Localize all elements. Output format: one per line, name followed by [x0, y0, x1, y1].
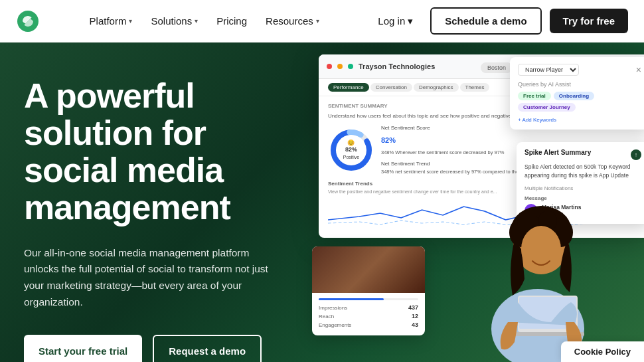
tab-boston[interactable]: Boston — [481, 62, 513, 73]
nav-right: Log in ▾ Schedule a demo Try for free — [368, 7, 628, 35]
request-demo-button[interactable]: Request a demo — [153, 335, 262, 362]
nav-resources[interactable]: Resources ▾ — [258, 10, 327, 32]
hero-right: Trayson Technologies Boston Competence S… — [305, 43, 644, 362]
subtab-themes[interactable]: Themes — [460, 83, 490, 92]
reach-row: Reach 12 — [319, 313, 418, 319]
impressions-label: Impressions — [319, 305, 347, 311]
sentiment-percentage: 😊82%Positive — [343, 139, 360, 160]
social-post-card: Impressions 437 Reach 12 Engagements 43 — [312, 246, 425, 335]
hero-cta-buttons: Start your free trial Request a demo — [24, 335, 279, 362]
dot-green — [348, 64, 353, 69]
person-illustration — [471, 163, 604, 362]
chevron-down-icon: ▾ — [129, 17, 132, 25]
engagements-label: Engagements — [319, 322, 351, 328]
chevron-down-icon: ▾ — [408, 15, 413, 27]
nav-pricing[interactable]: Pricing — [208, 10, 255, 32]
start-trial-button[interactable]: Start your free trial — [24, 335, 142, 362]
tag-customer-journey[interactable]: Customer Journey — [518, 103, 576, 112]
engagements-row: Engagements 43 — [319, 321, 418, 328]
hero-left: A powerful solution for social media man… — [0, 43, 305, 362]
cookie-policy-banner[interactable]: Cookie Policy — [561, 341, 644, 362]
social-post-image — [312, 246, 425, 293]
nav-platform[interactable]: Platform ▾ — [82, 10, 141, 32]
ai-panel-header: Narrow Player × — [518, 64, 641, 76]
try-free-button[interactable]: Try for free — [550, 9, 628, 33]
spike-icon: ↑ — [631, 149, 641, 160]
hero-title: A powerful solution for social media man… — [24, 77, 279, 226]
progress-bar — [319, 298, 384, 300]
progress-bar-bg — [319, 298, 418, 300]
impressions-value: 437 — [408, 304, 418, 311]
ai-assist-panel: Narrow Player × Queries by AI Assist Fre… — [510, 57, 644, 130]
ai-tags: Free trial Onboarding Customer Journey — [518, 92, 641, 112]
hero-description: Our all-in-one social media management p… — [24, 245, 279, 311]
chevron-down-icon: ▾ — [316, 17, 319, 25]
spike-title: Spike Alert Summary — [524, 149, 591, 156]
reach-label: Reach — [319, 314, 334, 319]
ai-panel-close-icon[interactable]: × — [636, 64, 641, 75]
narrow-player-select[interactable]: Narrow Player — [518, 64, 579, 76]
nav-solutions[interactable]: Solutions ▾ — [143, 10, 206, 32]
login-button[interactable]: Log in ▾ — [368, 10, 422, 33]
social-image-content — [312, 246, 425, 293]
tag-free-trial[interactable]: Free trial — [518, 92, 551, 100]
logo[interactable] — [16, 9, 40, 33]
add-keywords-button[interactable]: + Add Keywords — [518, 117, 641, 123]
subtab-demographics[interactable]: Demographics — [414, 83, 459, 92]
subtab-performance[interactable]: Performance — [328, 83, 369, 92]
impressions-row: Impressions 437 — [319, 304, 418, 311]
reach-value: 12 — [412, 313, 418, 319]
chevron-down-icon: ▾ — [195, 17, 198, 25]
ai-queries-label: Queries by AI Assist — [518, 81, 641, 88]
schedule-demo-button[interactable]: Schedule a demo — [430, 7, 541, 35]
engagements-value: 43 — [412, 321, 418, 328]
hero-section: A powerful solution for social media man… — [0, 43, 644, 362]
nav-links: Platform ▾ Solutions ▾ Pricing Resources… — [82, 10, 327, 32]
dot-yellow — [337, 64, 343, 69]
social-stats: Impressions 437 Reach 12 Engagements 43 — [312, 293, 425, 335]
hero-person-image — [471, 163, 604, 362]
sentiment-donut: 😊82%Positive — [328, 127, 374, 173]
subtab-conversation[interactable]: Conversation — [370, 83, 412, 92]
tag-onboarding[interactable]: Onboarding — [554, 92, 594, 100]
dot-red — [327, 64, 332, 69]
navbar: Platform ▾ Solutions ▾ Pricing Resources… — [0, 0, 644, 43]
